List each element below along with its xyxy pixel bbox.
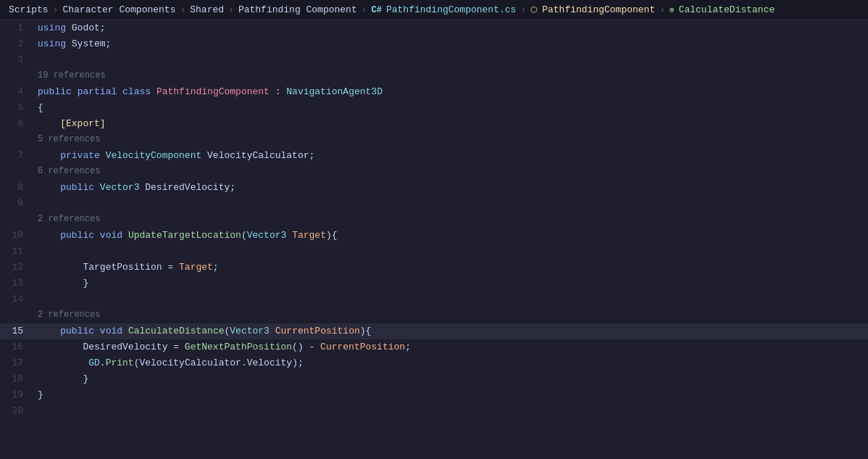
bc-sep-2: ›: [180, 4, 185, 15]
line-num-8: 8: [0, 180, 35, 196]
code-line-14: 14: [0, 291, 868, 307]
ref-text-5: 5 references: [35, 132, 100, 146]
line-content-3: [35, 52, 868, 68]
bc-character-components[interactable]: Character Components: [62, 4, 175, 15]
code-line-5: 5 {: [0, 100, 868, 116]
code-line-13: 13 }: [0, 276, 868, 291]
line-num-1: 1: [0, 20, 35, 36]
line-content-8: public Vector3 DesiredVelocity;: [35, 180, 868, 196]
bc-pathfinding-component[interactable]: Pathfinding Component: [238, 4, 357, 15]
bc-method[interactable]: CalculateDistance: [679, 4, 775, 15]
line-num-3: 3: [0, 52, 35, 68]
line-content-5: {: [35, 100, 868, 116]
line-num-16: 16: [0, 339, 35, 355]
line-content-6: [Export]: [35, 116, 868, 132]
ref-count-2b: . 2 references: [0, 307, 868, 323]
class-icon: ⬡: [530, 5, 538, 15]
bc-sep-1: ›: [53, 4, 59, 15]
line-num-19: 19: [0, 387, 35, 403]
code-line-19: 19 }: [0, 387, 868, 403]
ref-text-2a: 2 references: [35, 212, 100, 226]
line-content-2: using System;: [35, 36, 868, 52]
code-line-10: 10 public void UpdateTargetLocation(Vect…: [0, 228, 868, 244]
line-num-ref6: .: [0, 164, 35, 180]
line-num-17: 17: [0, 355, 35, 371]
line-content-12: TargetPosition = Target;: [35, 260, 868, 276]
line-num-ref19: .: [0, 68, 35, 84]
method-icon: ⊕: [669, 5, 675, 15]
ref-count-5: . 5 references: [0, 132, 868, 148]
line-num-18: 18: [0, 371, 35, 387]
bc-sep-3: ›: [228, 4, 234, 15]
code-line-12: 12 TargetPosition = Target;: [0, 260, 868, 276]
code-line-1: 1 using Godot;: [0, 20, 868, 36]
bc-sep-4: ›: [362, 4, 367, 15]
line-num-11: 11: [0, 244, 35, 260]
code-line-2: 2 using System;: [0, 36, 868, 52]
code-line-20: 20: [0, 403, 868, 419]
line-num-7: 7: [0, 148, 35, 164]
line-content-16: DesiredVelocity = GetNextPathPosition() …: [35, 339, 868, 355]
line-num-5: 5: [0, 100, 35, 116]
bc-file[interactable]: PathfindingComponent.cs: [386, 4, 516, 15]
line-content-13: }: [35, 276, 868, 291]
line-content-4: public partial class PathfindingComponen…: [35, 84, 868, 100]
line-content-14: [35, 291, 868, 307]
line-num-10: 10: [0, 228, 35, 244]
breadcrumb: Scripts › Character Components › Shared …: [0, 0, 868, 20]
code-line-17: 17 GD.Print(VelocityCalculator.Velocity)…: [0, 355, 868, 371]
line-num-2: 2: [0, 36, 35, 52]
line-num-20: 20: [0, 403, 35, 419]
line-content-19: }: [35, 387, 868, 403]
line-num-ref2a: .: [0, 212, 35, 228]
line-content-20: [35, 403, 868, 419]
line-num-9: 9: [0, 196, 35, 212]
line-num-12: 12: [0, 260, 35, 276]
code-line-3: 3: [0, 52, 868, 68]
line-content-17: GD.Print(VelocityCalculator.Velocity);: [35, 355, 868, 371]
ref-count-19: . 19 references: [0, 68, 868, 84]
line-num-13: 13: [0, 276, 35, 291]
bc-sep-6: ›: [659, 4, 665, 15]
ref-count-2a: . 2 references: [0, 212, 868, 228]
line-num-14: 14: [0, 291, 35, 307]
code-line-18: 18 }: [0, 371, 868, 387]
code-line-7: 7 private VelocityComponent VelocityCalc…: [0, 148, 868, 164]
ref-count-6: . 6 references: [0, 164, 868, 180]
bc-sep-5: ›: [520, 4, 526, 15]
line-content-9: [35, 196, 868, 212]
ref-text-19: 19 references: [35, 68, 106, 83]
line-content-7: private VelocityComponent VelocityCalcul…: [35, 148, 868, 164]
line-content-11: [35, 244, 868, 260]
line-num-ref5: .: [0, 132, 35, 148]
code-area: 1 using Godot; 2 using System; 3 . 19 re…: [0, 20, 868, 455]
code-line-6: 6 [Export]: [0, 116, 868, 132]
line-content-1: using Godot;: [35, 20, 868, 36]
ref-text-2b: 2 references: [35, 307, 100, 322]
code-line-11: 11: [0, 244, 868, 260]
line-num-15: 15: [0, 323, 35, 339]
cs-file-icon: C#: [372, 5, 382, 15]
line-num-4: 4: [0, 84, 35, 100]
code-line-4: 4 public partial class PathfindingCompon…: [0, 84, 868, 100]
line-num-6: 6: [0, 116, 35, 132]
code-line-16: 16 DesiredVelocity = GetNextPathPosition…: [0, 339, 868, 355]
bc-shared[interactable]: Shared: [190, 4, 224, 15]
line-content-10: public void UpdateTargetLocation(Vector3…: [35, 228, 868, 244]
line-num-ref2b: .: [0, 307, 35, 323]
code-line-15: 15 public void CalculateDistance(Vector3…: [0, 323, 868, 339]
line-content-15: public void CalculateDistance(Vector3 Cu…: [35, 323, 868, 339]
code-line-9: 9: [0, 196, 868, 212]
ref-text-6: 6 references: [35, 164, 100, 178]
bc-scripts[interactable]: Scripts: [9, 4, 49, 15]
bc-class[interactable]: PathfindingComponent: [542, 4, 655, 15]
line-content-18: }: [35, 371, 868, 387]
code-line-8: 8 public Vector3 DesiredVelocity;: [0, 180, 868, 196]
